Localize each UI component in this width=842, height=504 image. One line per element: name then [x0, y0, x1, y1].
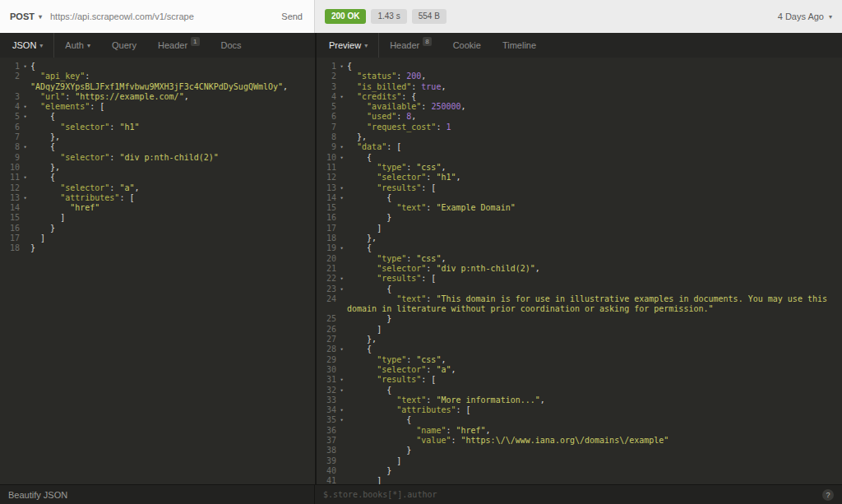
- tab-preview[interactable]: Preview▾: [318, 33, 379, 58]
- fold-toggle-icon[interactable]: ▾: [336, 92, 347, 102]
- fold-spacer: [20, 213, 30, 223]
- fold-spacer: [336, 203, 347, 213]
- line-number: 8: [317, 132, 336, 142]
- tab-cookie[interactable]: Cookie: [442, 33, 492, 58]
- line-number: 23: [317, 284, 336, 294]
- fold-spacer: [336, 264, 347, 274]
- fold-toggle-icon[interactable]: ▾: [336, 62, 347, 72]
- fold-toggle-icon[interactable]: ▾: [336, 344, 347, 354]
- code-line: 33 "text": "More information...",: [317, 395, 842, 405]
- line-number: 14: [0, 203, 20, 213]
- response-tabs: Preview▾Header8CookieTimeline: [317, 33, 842, 58]
- tab-json[interactable]: JSON▾: [2, 33, 54, 58]
- code-line: 1▾{: [0, 62, 315, 72]
- help-icon[interactable]: ?: [822, 489, 834, 501]
- fold-spacer: [20, 234, 30, 243]
- fold-toggle-icon[interactable]: ▾: [20, 142, 30, 152]
- method-dropdown[interactable]: POST ▾: [10, 12, 42, 21]
- line-number: 27: [317, 335, 336, 344]
- tab-query[interactable]: Query: [101, 33, 147, 58]
- send-button[interactable]: Send: [280, 8, 304, 25]
- fold-toggle-icon[interactable]: ▾: [336, 193, 347, 203]
- chevron-down-icon: ▾: [829, 13, 832, 21]
- fold-toggle-icon[interactable]: ▾: [20, 62, 30, 72]
- line-number: 13: [317, 183, 336, 193]
- fold-toggle-icon[interactable]: ▾: [20, 102, 30, 112]
- tab-count-badge: 1: [191, 37, 199, 46]
- code-line: 18}: [0, 243, 315, 253]
- fold-toggle-icon[interactable]: ▾: [20, 112, 30, 122]
- tab-docs[interactable]: Docs: [210, 33, 252, 58]
- fold-toggle-icon[interactable]: ▾: [336, 274, 347, 284]
- fold-spacer: [336, 163, 347, 173]
- line-number: 29: [317, 355, 336, 365]
- code-line: 22▾ "results": [: [317, 274, 842, 284]
- line-number: 36: [317, 426, 336, 436]
- line-number: 20: [317, 254, 336, 264]
- code-text: "is_billed": true,: [347, 82, 842, 92]
- code-text: "request_cost": 1: [347, 123, 842, 132]
- code-text: "available": 250000,: [347, 102, 842, 112]
- fold-toggle-icon[interactable]: ▾: [336, 415, 347, 425]
- beautify-json-button[interactable]: Beautify JSON: [8, 490, 67, 500]
- fold-spacer: [20, 243, 30, 253]
- code-line: 25 }: [317, 314, 842, 324]
- code-text: "selector": "div p:nth-child(2)",: [347, 264, 842, 274]
- code-line: 6 "selector": "h1": [0, 123, 315, 132]
- line-number: 5: [0, 112, 20, 122]
- fold-spacer: [336, 102, 347, 112]
- code-text: ]: [347, 456, 842, 466]
- code-text: },: [347, 335, 842, 344]
- code-line: 21 "selector": "div p:nth-child(2)",: [317, 264, 842, 274]
- line-number: 4: [317, 92, 336, 102]
- fold-toggle-icon[interactable]: ▾: [336, 386, 347, 395]
- fold-spacer: [20, 92, 30, 102]
- url-input[interactable]: https://api.scrapeowl.com/v1/scrape: [50, 12, 271, 21]
- tab-auth[interactable]: Auth▾: [54, 33, 101, 58]
- request-body-editor[interactable]: 1▾{2 "api_key": "ADqyZ9XYpsBLJFxf1Mfvbwu…: [0, 58, 315, 484]
- fold-spacer: [336, 335, 347, 344]
- line-number: 35: [317, 415, 336, 425]
- code-text: "selector": "a",: [30, 183, 315, 193]
- line-number: 41: [317, 476, 336, 484]
- line-number: 38: [317, 446, 336, 455]
- fold-toggle-icon[interactable]: ▾: [336, 183, 347, 193]
- code-text: "text": "Example Domain": [347, 203, 842, 213]
- fold-spacer: [336, 72, 347, 81]
- fold-spacer: [336, 234, 347, 243]
- line-number: 8: [0, 142, 20, 152]
- fold-toggle-icon[interactable]: ▾: [336, 284, 347, 294]
- fold-toggle-icon[interactable]: ▾: [336, 142, 347, 152]
- fold-toggle-icon[interactable]: ▾: [336, 153, 347, 163]
- fold-toggle-icon[interactable]: ▾: [20, 173, 30, 183]
- fold-spacer: [336, 466, 347, 476]
- code-line: 13▾ "attributes": [: [0, 193, 315, 203]
- code-text: "type": "css",: [347, 163, 842, 173]
- history-dropdown[interactable]: 4 Days Ago ▾: [778, 12, 832, 21]
- fold-spacer: [336, 446, 347, 455]
- code-text: "href": [30, 203, 315, 213]
- code-line: 24 "text": "This domain is for use in il…: [317, 294, 842, 315]
- status-badge: 200 OK: [325, 9, 366, 24]
- fold-toggle-icon[interactable]: ▾: [20, 193, 30, 203]
- tab-timeline[interactable]: Timeline: [492, 33, 547, 58]
- code-text: ]: [30, 234, 315, 243]
- code-text: },: [347, 234, 842, 243]
- tab-header[interactable]: Header8: [379, 33, 442, 58]
- code-text: {: [347, 153, 842, 163]
- line-number: 10: [0, 163, 20, 173]
- line-number: 31: [317, 375, 336, 385]
- tab-header[interactable]: Header1: [147, 33, 210, 58]
- response-body-viewer[interactable]: 1▾{2 "status": 200,3 "is_billed": true,4…: [317, 58, 842, 484]
- line-number: 2: [317, 72, 336, 81]
- fold-spacer: [336, 426, 347, 436]
- code-line: 17 ]: [317, 224, 842, 234]
- fold-toggle-icon[interactable]: ▾: [336, 243, 347, 253]
- code-text: },: [30, 163, 315, 173]
- code-text: {: [347, 62, 842, 72]
- fold-toggle-icon[interactable]: ▾: [336, 375, 347, 385]
- response-filter-input[interactable]: [323, 490, 816, 499]
- fold-toggle-icon[interactable]: ▾: [336, 405, 347, 415]
- code-line: 3 "is_billed": true,: [317, 82, 842, 92]
- fold-spacer: [336, 173, 347, 183]
